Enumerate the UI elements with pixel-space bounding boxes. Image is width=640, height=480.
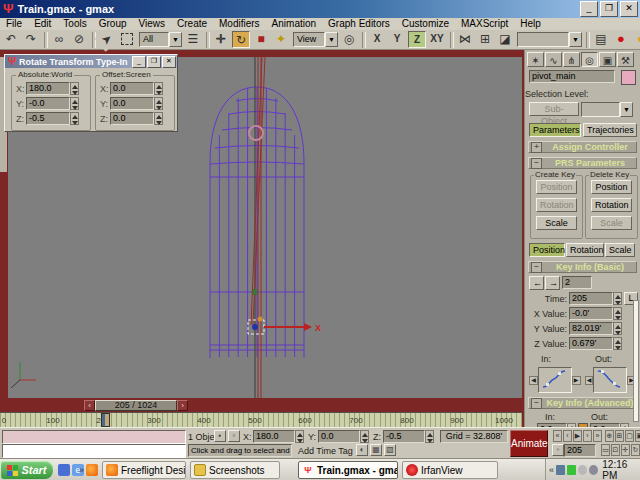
off-z-field[interactable]: 0.0	[110, 112, 154, 125]
tab-utilities-icon[interactable]: ⚒	[617, 52, 634, 67]
menu-item-group[interactable]: Group	[93, 18, 133, 30]
menu-item-edit[interactable]: Edit	[28, 18, 57, 30]
restrict-y-button[interactable]: Y	[388, 31, 406, 48]
x-value-spinner[interactable]	[613, 307, 622, 320]
out-tangent-curve-button[interactable]	[593, 367, 627, 393]
expand-icon[interactable]: +	[531, 142, 542, 153]
parameters-button[interactable]: Parameters	[529, 123, 581, 137]
off-x-spinner[interactable]	[154, 82, 163, 95]
menu-item-file[interactable]: File	[0, 18, 28, 30]
restore-button[interactable]: ❐	[600, 1, 618, 17]
menu-item-create[interactable]: Create	[171, 18, 213, 30]
delete-key-rotation-button[interactable]: Rotation	[591, 198, 632, 212]
mirror-icon[interactable]: ⋈	[456, 31, 474, 48]
close-button[interactable]: ✕	[620, 1, 638, 17]
task-button-freeflight[interactable]: Freeflight Design Shop D...	[102, 461, 186, 479]
status-x-field[interactable]: 180.0	[253, 430, 295, 443]
animate-button[interactable]: Animate	[510, 430, 548, 457]
abs-y-field[interactable]: -0.0	[26, 97, 70, 110]
menu-item-tools[interactable]: Tools	[57, 18, 92, 30]
undo-icon[interactable]: ↶	[2, 31, 20, 48]
assign-controller-rollout[interactable]: + Assign Controller	[528, 141, 637, 153]
in-tangent-left-arrow[interactable]: ◀	[529, 376, 538, 385]
x-value-field[interactable]: -0.0'	[569, 307, 613, 320]
coordinate-system-value[interactable]: View	[293, 32, 325, 47]
collapse-icon[interactable]: −	[531, 158, 542, 169]
coordinate-system-dropdown[interactable]: View ▼	[293, 32, 338, 47]
zoom-extents-icon[interactable]: ▢	[625, 430, 634, 442]
dialog-restore-button[interactable]: ❐	[147, 56, 161, 68]
off-y-field[interactable]: 0.0	[110, 97, 154, 110]
in-tangent-right-arrow[interactable]: ▶	[572, 376, 581, 385]
selection-lock-icon[interactable]: ▪	[214, 430, 226, 442]
tab-display-icon[interactable]: ▣	[599, 52, 616, 67]
key-info-advanced-rollout[interactable]: − Key Info (Advanced)	[528, 397, 637, 409]
tab-motion-icon[interactable]: ◎	[581, 52, 598, 67]
sub-object-button[interactable]: Sub-Object	[529, 102, 579, 116]
align-icon[interactable]: ◪	[496, 31, 514, 48]
next-frame-icon[interactable]: ›	[177, 400, 188, 411]
status-x-spinner[interactable]	[295, 430, 304, 443]
tray-volume-icon[interactable]	[589, 465, 598, 475]
off-x-field[interactable]: 0.0	[110, 82, 154, 95]
region-zoom-icon[interactable]: ▭	[601, 444, 610, 456]
collapse-icon[interactable]: −	[531, 262, 542, 273]
track-key-marker[interactable]	[101, 413, 110, 427]
array-icon[interactable]: ⊞	[476, 31, 494, 48]
task-button-train-gmax[interactable]: Ψ Train.gmax - gmax	[298, 461, 398, 479]
status-y-field[interactable]: 0.0	[318, 430, 360, 443]
zoom-icon[interactable]: ⊕	[605, 430, 614, 442]
dialog-minimize-button[interactable]: _	[132, 56, 146, 68]
menu-item-views[interactable]: Views	[133, 18, 172, 30]
create-key-scale-button[interactable]: Scale	[536, 216, 577, 230]
z-value-spinner[interactable]	[613, 337, 622, 350]
previous-frame-icon[interactable]: ‹	[84, 400, 95, 411]
y-value-field[interactable]: 82.019'	[569, 322, 613, 335]
chevron-down-icon[interactable]: ▼	[569, 32, 582, 47]
delete-key-position-button[interactable]: Position	[591, 180, 632, 194]
menu-item-maxscript[interactable]: MAXScript	[455, 18, 514, 30]
abs-z-spinner[interactable]	[70, 112, 79, 125]
add-time-tag[interactable]: Add Time Tag	[298, 446, 353, 456]
off-y-spinner[interactable]	[154, 97, 163, 110]
out-tangent-left-arrow[interactable]: ◀	[585, 376, 594, 385]
select-object-icon[interactable]: ➤	[95, 27, 120, 52]
off-z-spinner[interactable]	[154, 112, 163, 125]
menu-item-customize[interactable]: Customize	[396, 18, 455, 30]
maxscript-listener-pink[interactable]	[2, 430, 186, 444]
time-field[interactable]: 205	[569, 292, 613, 305]
in-tangent-curve-button[interactable]	[538, 367, 572, 393]
select-and-manipulate-icon[interactable]: ✦	[272, 31, 290, 48]
collapse-icon[interactable]: −	[531, 398, 542, 409]
zoom-all-icon[interactable]: ⊞	[615, 430, 624, 442]
use-pivot-center-icon[interactable]: ◎	[340, 31, 358, 48]
abs-z-field[interactable]: -0.5	[26, 112, 70, 125]
select-and-rotate-icon[interactable]: ↻	[232, 31, 250, 48]
pan-icon[interactable]: ✛	[621, 444, 630, 456]
start-button[interactable]: Start	[1, 461, 53, 479]
tray-chevron[interactable]: «	[549, 465, 554, 475]
quick-launch-overflow-chevron[interactable]: »	[79, 465, 84, 475]
z-value-field[interactable]: 0.679'	[569, 337, 613, 350]
time-slider-handle[interactable]: 205 / 1024	[95, 400, 177, 411]
quick-launch-icon-1[interactable]	[58, 464, 70, 476]
redo-icon[interactable]: ↷	[22, 31, 40, 48]
tab-create-icon[interactable]: ✶	[527, 52, 544, 67]
selection-filter-dropdown[interactable]: All ▼	[139, 32, 182, 47]
field-of-view-icon[interactable]: ⊡	[611, 444, 620, 456]
time-spinner[interactable]	[613, 292, 622, 305]
unlink-selection-icon[interactable]: ⊘	[70, 31, 88, 48]
play-icon[interactable]: ▶	[573, 430, 582, 442]
chevron-down-icon[interactable]: ▼	[325, 32, 338, 47]
scale-mode-button[interactable]: Scale	[605, 243, 635, 257]
object-name-field[interactable]: pivot_main	[529, 70, 615, 83]
select-and-move-icon[interactable]: ✛	[212, 31, 230, 48]
absolute-mode-icon[interactable]: ▫	[228, 430, 240, 442]
menu-item-help[interactable]: Help	[514, 18, 547, 30]
tray-green-icon[interactable]	[567, 465, 576, 475]
select-by-name-icon[interactable]: ☰	[184, 31, 202, 48]
quick-launch-firefox-icon[interactable]	[86, 464, 98, 476]
track-view-icon[interactable]: ▤	[592, 31, 610, 48]
create-key-rotation-button[interactable]: Rotation	[536, 198, 577, 212]
delete-key-scale-button[interactable]: Scale	[591, 216, 632, 230]
